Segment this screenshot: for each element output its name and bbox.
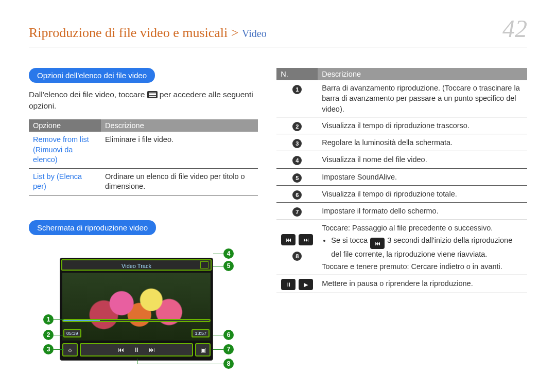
desc-text: Regolare la luminosità della schermata. (318, 134, 527, 151)
callout-line (137, 364, 223, 364)
section-title-playback: Schermata di riproduzione video (29, 220, 156, 235)
player-title-text: Video Track (121, 263, 151, 269)
desc-cell: Ordinare un elenco di file video per tit… (101, 168, 258, 195)
th-n: N. (276, 68, 318, 80)
description-table: N. Descrizione 1Barra di avanzamento rip… (276, 68, 527, 293)
table-row: ⏮ ⏭ 8 Toccare: Passaggio al file precede… (276, 220, 527, 275)
th-option: Opzione (29, 119, 101, 132)
time-row: 05:39 13:57 (63, 329, 210, 337)
num-badge: 1 (292, 85, 302, 94)
play-icon: ▶ (299, 279, 313, 290)
num-badge: 3 (292, 139, 302, 148)
pause-play-icons: ⏸ ▶ (281, 279, 314, 290)
total-time: 13:57 (192, 329, 210, 337)
callout-line (137, 359, 137, 364)
breadcrumb-main: Riproduzione di file video e musicali > (29, 25, 242, 40)
callout-line (54, 319, 64, 320)
desc-text-9: Mettere in pausa o riprendere la riprodu… (318, 275, 527, 293)
pause-icon: ⏸ (281, 279, 296, 290)
pause-icon[interactable]: ⏸ (133, 346, 140, 353)
opt-cell: List by (Elenca per) (29, 168, 101, 195)
desc-text: Visualizza il tempo di riproduzione tras… (318, 117, 527, 134)
callout-7: 7 (223, 344, 234, 354)
table-row: 3Regolare la luminosità della schermata. (276, 134, 527, 151)
callout-line (54, 349, 64, 350)
table-row: Remove from list (Rimuovi da elenco) Eli… (29, 132, 258, 168)
desc-text: Barra di avanzamento riproduzione. (Tocc… (318, 80, 527, 117)
next-icon[interactable]: ⏭ (149, 346, 155, 353)
section-title-options: Opzioni dell'elenco dei file video (29, 68, 155, 83)
soundalive-icon (200, 261, 208, 269)
brightness-button[interactable]: ☼ (62, 343, 78, 357)
th-desc: Descrizione (101, 119, 258, 132)
menu-icon (147, 91, 158, 98)
num-badge: 2 (292, 122, 302, 131)
row8-bullet: Se si tocca ⏮ 3 secondi dall'inizio dell… (331, 235, 523, 259)
prev-track-icon: ⏮ (281, 234, 296, 245)
prev-track-icon-inline: ⏮ (370, 238, 385, 249)
row8-line3: Toccare e tenere premuto: Cercare indiet… (322, 261, 523, 272)
num-badge: 4 (292, 156, 302, 165)
callout-line (213, 335, 223, 335)
num-badge: 5 (292, 173, 302, 183)
desc-text-8: Toccare: Passaggio al file precedente o … (318, 220, 527, 275)
callout-line (54, 335, 64, 335)
table-row: 7Impostare il formato dello schermo. (276, 203, 527, 220)
progress-bar[interactable] (62, 319, 211, 322)
elapsed-time: 05:39 (63, 329, 81, 337)
callout-line (213, 266, 223, 266)
callout-line (213, 349, 223, 350)
transport-controls[interactable]: ⏮ ⏸ ⏭ (80, 343, 193, 357)
desc-text: Impostare il formato dello schermo. (318, 203, 527, 220)
page-number: 42 (502, 14, 527, 43)
callout-6: 6 (223, 330, 234, 340)
th-desc2: Descrizione (318, 68, 527, 80)
desc-cell: Eliminare i file video. (101, 132, 258, 168)
table-row: 5Impostare SoundAlive. (276, 168, 527, 185)
options-table: Opzione Descrizione Remove from list (Ri… (29, 119, 258, 195)
table-row: 2Visualizza il tempo di riproduzione tra… (276, 117, 527, 134)
table-row: List by (Elenca per) Ordinare un elenco … (29, 168, 258, 195)
num-badge: 6 (292, 190, 302, 200)
desc-text: Visualizza il nome del file video. (318, 151, 527, 168)
player-diagram: Video Track 05:39 13:57 ☼ ⏮ ⏸ ⏭ ▣ (49, 248, 240, 367)
prev-icon[interactable]: ⏮ (118, 346, 124, 353)
desc-text: Visualizza il tempo di riproduzione tota… (318, 186, 527, 203)
callout-5: 5 (223, 261, 234, 271)
breadcrumb: Riproduzione di file video e musicali > … (29, 25, 267, 41)
callout-2: 2 (43, 330, 54, 340)
callout-4: 4 (223, 248, 234, 259)
prev-next-icons: ⏮ ⏭ (281, 234, 314, 245)
player-titlebar: Video Track (61, 259, 212, 271)
num-badge: 7 (292, 207, 302, 217)
callout-8: 8 (223, 359, 234, 369)
screen-format-button[interactable]: ▣ (195, 343, 211, 357)
breadcrumb-sub: Video (242, 28, 267, 39)
callout-1: 1 (43, 314, 54, 325)
table-row: ⏸ ▶ Mettere in pausa o riprendere la rip… (276, 275, 527, 293)
table-row: 6Visualizza il tempo di riproduzione tot… (276, 186, 527, 203)
video-player: Video Track 05:39 13:57 ☼ ⏮ ⏸ ⏭ ▣ (60, 258, 213, 361)
player-controls: ☼ ⏮ ⏸ ⏭ ▣ (62, 342, 211, 358)
row8-line1: Toccare: Passaggio al file precedente o … (322, 223, 523, 233)
table-row: 1Barra di avanzamento riproduzione. (Toc… (276, 80, 527, 117)
opt-cell: Remove from list (Rimuovi da elenco) (29, 132, 101, 168)
page-header: Riproduzione di file video e musicali > … (29, 14, 527, 47)
intro-before: Dall'elenco dei file video, toccare (29, 90, 147, 99)
callout-line (213, 254, 223, 254)
desc-text: Impostare SoundAlive. (318, 168, 527, 185)
row8-bullet-before: Se si tocca (331, 236, 370, 244)
table-row: 4Visualizza il nome del file video. (276, 151, 527, 168)
callout-3: 3 (43, 344, 54, 354)
next-track-icon: ⏭ (299, 234, 313, 245)
intro-text: Dall'elenco dei file video, toccare per … (29, 89, 258, 112)
num-badge: 8 (292, 252, 302, 261)
